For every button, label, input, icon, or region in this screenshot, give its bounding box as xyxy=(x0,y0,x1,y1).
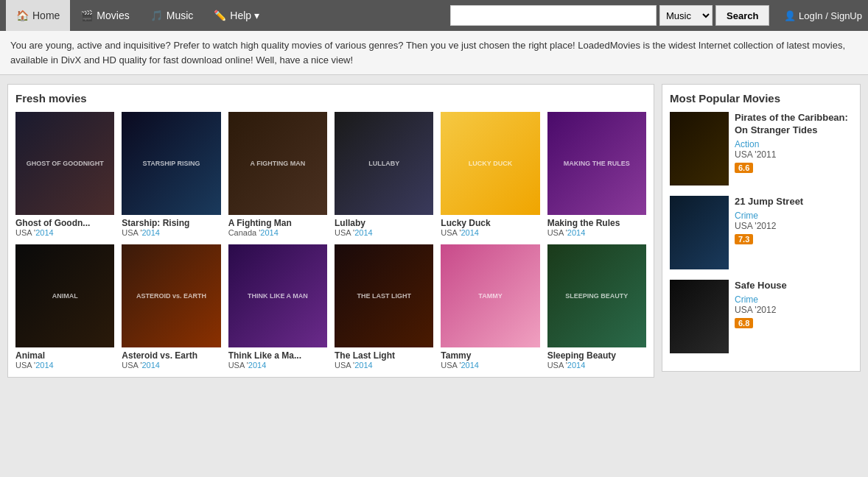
movie-meta: USA '2014 xyxy=(335,228,433,237)
movie-poster: THINK LIKE A MAN xyxy=(228,244,327,347)
movie-country: Canada ' xyxy=(228,228,261,237)
fresh-movies-title: Fresh movies xyxy=(15,92,646,105)
poster-placeholder: SLEEPING BEAUTY xyxy=(547,244,646,347)
movie-country: USA ' xyxy=(547,361,567,370)
fresh-movies-panel: Fresh movies GHOST OF GOODNIGHT Ghost of… xyxy=(7,84,654,378)
movie-card[interactable]: THINK LIKE A MAN Think Like a Ma... USA … xyxy=(228,244,327,370)
popular-movies-list: Pirates of the Caribbean: On Stranger Ti… xyxy=(670,112,853,353)
movie-year[interactable]: 2014 xyxy=(35,361,53,370)
main-nav: 🏠 Home 🎬 Movies 🎵 Music ✏️ Help ▾ Music … xyxy=(0,0,868,31)
popular-movie-country: USA '2012 xyxy=(735,305,853,315)
user-icon: 👤 xyxy=(784,10,796,21)
movie-title: Lucky Duck xyxy=(441,218,539,228)
login-signup-link[interactable]: 👤 LogIn / SignUp xyxy=(784,10,862,21)
movie-year[interactable]: 2014 xyxy=(567,228,585,237)
movie-poster: THE LAST LIGHT xyxy=(335,244,433,347)
movie-year[interactable]: 2014 xyxy=(35,228,53,237)
movie-year[interactable]: 2014 xyxy=(260,228,278,237)
popular-thumb xyxy=(670,112,729,186)
site-banner: You are young, active and inquisitive? P… xyxy=(0,31,868,75)
popular-movie-rating: 6.6 xyxy=(735,163,753,173)
dropdown-arrow-icon: ▾ xyxy=(254,10,259,21)
nav-movies-label: Movies xyxy=(97,10,129,21)
popular-movie-rating: 6.8 xyxy=(735,318,753,328)
search-input[interactable] xyxy=(450,5,657,26)
popular-thumb xyxy=(670,280,729,353)
movie-poster: GHOST OF GOODNIGHT xyxy=(15,112,114,215)
movie-year[interactable]: 2014 xyxy=(248,361,266,370)
movie-poster: LULLABY xyxy=(335,112,433,215)
nav-music-label: Music xyxy=(167,10,194,21)
popular-movie-genre[interactable]: Crime xyxy=(735,294,853,305)
popular-movie-title: Safe House xyxy=(735,280,853,292)
movie-year[interactable]: 2014 xyxy=(567,361,585,370)
movie-title: A Fighting Man xyxy=(228,218,327,228)
movie-title: Think Like a Ma... xyxy=(228,350,327,361)
movie-meta: USA '2014 xyxy=(15,361,114,370)
movie-card[interactable]: TAMMY Tammy USA '2014 xyxy=(441,244,539,370)
poster-placeholder: MAKING THE RULES xyxy=(547,112,646,215)
movie-country: USA ' xyxy=(228,361,248,370)
movie-country: USA ' xyxy=(441,361,461,370)
movie-card[interactable]: SLEEPING BEAUTY Sleeping Beauty USA '201… xyxy=(547,244,646,370)
sidebar: Most Popular Movies Pirates of the Carib… xyxy=(662,84,861,378)
nav-home-label: Home xyxy=(32,10,60,21)
poster-placeholder: THE LAST LIGHT xyxy=(335,244,433,347)
movie-card[interactable]: GHOST OF GOODNIGHT Ghost of Goodn... USA… xyxy=(15,112,114,237)
movie-card[interactable]: ASTEROID vs. EARTH Asteroid vs. Earth US… xyxy=(122,244,220,370)
movie-title: Starship: Rising xyxy=(122,218,220,228)
search-category-select[interactable]: Music Movies All xyxy=(659,5,713,26)
popular-thumb xyxy=(670,196,729,269)
movie-title: Asteroid vs. Earth xyxy=(122,350,220,361)
movie-poster: TAMMY xyxy=(441,244,539,347)
popular-movies-panel: Most Popular Movies Pirates of the Carib… xyxy=(662,84,861,372)
popular-movie-genre[interactable]: Action xyxy=(735,139,853,149)
movie-card[interactable]: THE LAST LIGHT The Last Light USA '2014 xyxy=(335,244,433,370)
movie-year[interactable]: 2014 xyxy=(354,361,372,370)
movie-card[interactable]: ANIMAL Animal USA '2014 xyxy=(15,244,114,370)
main-layout: Fresh movies GHOST OF GOODNIGHT Ghost of… xyxy=(0,75,868,386)
movie-title: Making the Rules xyxy=(547,218,646,228)
poster-placeholder: ASTEROID vs. EARTH xyxy=(122,244,220,347)
movie-poster: ASTEROID vs. EARTH xyxy=(122,244,220,347)
poster-placeholder: THINK LIKE A MAN xyxy=(228,244,327,347)
movie-meta: USA '2014 xyxy=(122,228,220,237)
poster-placeholder: STARSHIP RISING xyxy=(122,112,220,215)
movie-year[interactable]: 2014 xyxy=(354,228,372,237)
movie-country: USA ' xyxy=(441,228,461,237)
movie-title: Animal xyxy=(15,350,114,361)
movies-icon: 🎬 xyxy=(80,10,93,21)
nav-movies[interactable]: 🎬 Movies xyxy=(70,0,139,31)
popular-movie-item[interactable]: 21 Jump Street Crime USA '2012 7.3 xyxy=(670,196,853,269)
popular-info: Pirates of the Caribbean: On Stranger Ti… xyxy=(735,112,853,173)
nav-help[interactable]: ✏️ Help ▾ xyxy=(203,0,270,31)
popular-movie-item[interactable]: Pirates of the Caribbean: On Stranger Ti… xyxy=(670,112,853,186)
popular-movie-rating: 7.3 xyxy=(735,234,753,244)
music-icon: 🎵 xyxy=(150,10,163,21)
popular-movie-genre[interactable]: Crime xyxy=(735,211,853,221)
movie-year[interactable]: 2014 xyxy=(461,361,479,370)
movie-meta: USA '2014 xyxy=(547,228,646,237)
movie-year[interactable]: 2014 xyxy=(142,228,160,237)
movie-card[interactable]: LULLABY Lullaby USA '2014 xyxy=(335,112,433,237)
banner-text: You are young, active and inquisitive? P… xyxy=(10,40,845,66)
movie-meta: USA '2014 xyxy=(441,228,539,237)
movie-meta: USA '2014 xyxy=(547,361,646,370)
search-button[interactable]: Search xyxy=(715,5,769,26)
nav-music[interactable]: 🎵 Music xyxy=(140,0,204,31)
movie-meta: USA '2014 xyxy=(441,361,539,370)
movie-country: USA ' xyxy=(15,361,35,370)
movie-card[interactable]: STARSHIP RISING Starship: Rising USA '20… xyxy=(122,112,220,237)
movie-meta: USA '2014 xyxy=(335,361,433,370)
nav-home[interactable]: 🏠 Home xyxy=(6,0,70,31)
movie-meta: USA '2014 xyxy=(15,228,114,237)
home-icon: 🏠 xyxy=(16,10,29,21)
popular-movie-country: USA '2011 xyxy=(735,149,853,160)
movie-year[interactable]: 2014 xyxy=(142,361,160,370)
movie-card[interactable]: A FIGHTING MAN A Fighting Man Canada '20… xyxy=(228,112,327,237)
movie-card[interactable]: MAKING THE RULES Making the Rules USA '2… xyxy=(547,112,646,237)
movies-grid: GHOST OF GOODNIGHT Ghost of Goodn... USA… xyxy=(15,112,646,370)
movie-card[interactable]: LUCKY DUCK Lucky Duck USA '2014 xyxy=(441,112,539,237)
movie-year[interactable]: 2014 xyxy=(461,228,479,237)
popular-movie-item[interactable]: Safe House Crime USA '2012 6.8 xyxy=(670,280,853,353)
